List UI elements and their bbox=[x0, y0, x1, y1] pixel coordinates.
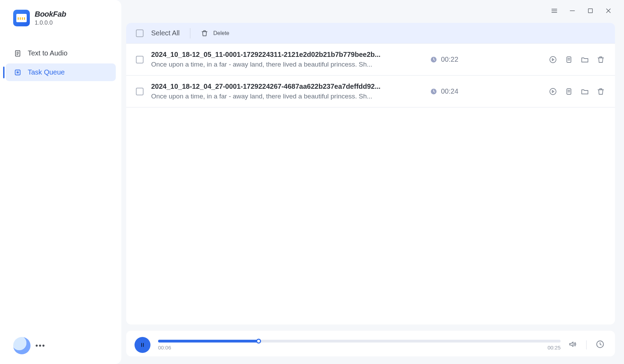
sidebar-item-task-queue[interactable]: Task Queue bbox=[6, 63, 116, 81]
app-logo bbox=[13, 10, 30, 26]
player-right bbox=[568, 340, 605, 350]
duration-text: 00:22 bbox=[441, 55, 458, 63]
duration-text: 00:24 bbox=[441, 87, 458, 95]
player-separator bbox=[586, 340, 587, 349]
delete-icon[interactable] bbox=[596, 87, 605, 96]
progress[interactable]: 00:06 00:25 bbox=[158, 340, 561, 350]
svg-rect-9 bbox=[588, 9, 592, 13]
folder-icon[interactable] bbox=[580, 87, 589, 96]
sidebar: BookFab 1.0.0.0 Text to Audio Task Queue… bbox=[0, 0, 121, 364]
svg-rect-19 bbox=[567, 89, 571, 94]
task-title: 2024_10_18-12_05_11-0001-1729224311-2121… bbox=[151, 51, 401, 59]
user-row: ••• bbox=[13, 337, 45, 354]
task-title: 2024_10_18-12_04_27-0001-1729224267-4687… bbox=[151, 83, 401, 90]
total-time: 00:25 bbox=[547, 345, 561, 350]
svg-point-18 bbox=[550, 88, 556, 95]
history-icon[interactable] bbox=[596, 340, 605, 350]
pause-button[interactable] bbox=[135, 337, 150, 353]
task-panel: Select All Delete 2024_10_18-12_05_11-00… bbox=[126, 23, 615, 324]
delete-button[interactable]: Delete bbox=[201, 29, 229, 37]
row-checkbox[interactable] bbox=[136, 88, 144, 95]
delete-label: Delete bbox=[213, 30, 229, 36]
play-icon[interactable] bbox=[548, 55, 557, 64]
audio-player: 00:06 00:25 bbox=[126, 331, 615, 356]
sidebar-nav: Text to Audio Task Queue bbox=[3, 44, 118, 81]
text-icon[interactable] bbox=[564, 87, 573, 96]
clock-icon bbox=[430, 56, 437, 63]
task-subtitle: Once upon a time, in a far - away land, … bbox=[151, 61, 401, 68]
volume-icon[interactable] bbox=[568, 340, 577, 350]
task-actions bbox=[548, 55, 605, 64]
row-checkbox[interactable] bbox=[136, 56, 144, 63]
clock-icon bbox=[430, 88, 437, 95]
text-icon[interactable] bbox=[564, 55, 573, 64]
task-subtitle: Once upon a time, in a far - away land, … bbox=[151, 93, 401, 100]
user-menu-icon[interactable]: ••• bbox=[35, 341, 45, 350]
task-actions bbox=[548, 87, 605, 96]
sidebar-item-label: Text to Audio bbox=[28, 49, 68, 57]
toolbar-separator bbox=[190, 28, 190, 38]
main: Select All Delete 2024_10_18-12_05_11-00… bbox=[121, 0, 624, 364]
app-version: 1.0.0.0 bbox=[35, 19, 66, 26]
delete-icon[interactable] bbox=[596, 55, 605, 64]
task-duration: 00:24 bbox=[430, 87, 485, 95]
current-time: 00:06 bbox=[158, 345, 171, 350]
minimize-icon[interactable] bbox=[569, 7, 576, 15]
titlebar bbox=[121, 0, 624, 21]
task-list: 2024_10_18-12_05_11-0001-1729224311-2121… bbox=[126, 44, 615, 324]
sidebar-item-text-to-audio[interactable]: Text to Audio bbox=[6, 44, 116, 62]
play-icon[interactable] bbox=[548, 87, 557, 96]
select-all-checkbox[interactable] bbox=[136, 29, 144, 37]
close-icon[interactable] bbox=[605, 7, 612, 15]
task-duration: 00:22 bbox=[430, 55, 485, 63]
download-icon bbox=[14, 69, 21, 76]
app-name: BookFab bbox=[35, 10, 66, 19]
trash-icon bbox=[201, 29, 208, 37]
avatar[interactable] bbox=[13, 337, 31, 354]
task-row: 2024_10_18-12_04_27-0001-1729224267-4687… bbox=[126, 76, 615, 107]
content: Select All Delete 2024_10_18-12_05_11-00… bbox=[121, 21, 624, 324]
brand: BookFab 1.0.0.0 bbox=[3, 10, 118, 26]
task-row: 2024_10_18-12_05_11-0001-1729224311-2121… bbox=[126, 44, 615, 76]
document-icon bbox=[14, 50, 21, 57]
maximize-icon[interactable] bbox=[587, 7, 594, 15]
sidebar-item-label: Task Queue bbox=[28, 68, 65, 76]
folder-icon[interactable] bbox=[580, 55, 589, 64]
svg-point-13 bbox=[550, 57, 556, 63]
toolbar: Select All Delete bbox=[126, 23, 615, 44]
select-all-label: Select All bbox=[151, 29, 180, 37]
pause-icon bbox=[139, 341, 146, 348]
menu-icon[interactable] bbox=[551, 7, 558, 15]
svg-rect-14 bbox=[567, 57, 571, 62]
